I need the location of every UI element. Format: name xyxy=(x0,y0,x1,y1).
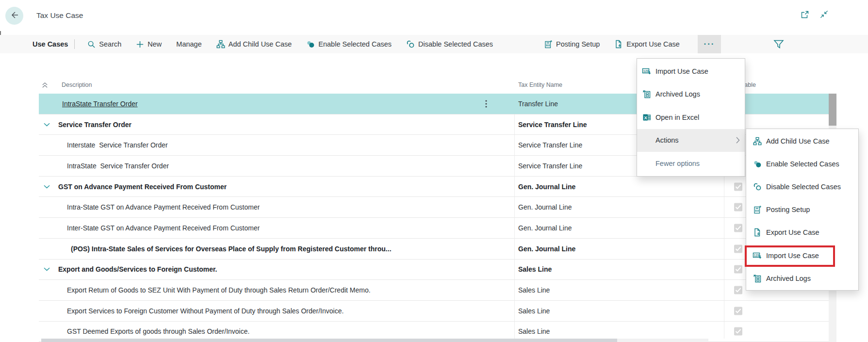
submenu-item-add-child-use-case[interactable]: Add Child Use Case xyxy=(746,130,858,152)
chevron-down-icon[interactable] xyxy=(44,123,50,127)
menu-item-open-in-excel[interactable]: XOpen in Excel xyxy=(637,106,745,129)
archive-icon xyxy=(642,90,651,98)
menu-item-actions[interactable]: Actions xyxy=(637,129,745,152)
table-row[interactable]: (POS) Intra-State Sales of Services for … xyxy=(39,239,829,260)
more-options-button[interactable]: ··· xyxy=(698,35,721,53)
search-icon xyxy=(87,40,96,49)
row-description: Interstate Service Transfer Order xyxy=(67,141,168,149)
row-description: Intra-State GST on Advance Payment Recei… xyxy=(67,203,260,211)
filter-icon[interactable] xyxy=(773,39,784,50)
row-description: (POS) Intra-State Sales of Services for … xyxy=(71,245,392,253)
action-bar: Use Cases SearchNewManageAdd Child Use C… xyxy=(0,35,868,53)
menu-item-label: Archived Logs xyxy=(655,90,700,98)
enable-checkbox[interactable] xyxy=(734,307,742,315)
row-description: Export Return of Goods to SEZ Unit With … xyxy=(67,286,371,294)
horizontal-scrollbar-thumb[interactable] xyxy=(41,339,617,342)
row-entity: Sales Line xyxy=(518,327,550,335)
enable-checkbox[interactable] xyxy=(734,182,742,191)
row-description: Export Services to Foreign Customer With… xyxy=(67,307,344,315)
menu-item-import-use-case[interactable]: 123Import Use Case xyxy=(637,60,745,83)
row-entity: Service Transfer Line xyxy=(518,121,587,129)
menu-item-archived-logs[interactable]: Archived Logs xyxy=(637,83,745,106)
table-row[interactable]: Export Services to Foreign Customer With… xyxy=(39,301,829,322)
chevron-down-icon[interactable] xyxy=(44,267,50,271)
row-kebab-menu[interactable] xyxy=(483,98,489,109)
disable-selected-cases-button[interactable]: Disable Selected Cases xyxy=(406,40,493,49)
chevron-down-icon[interactable] xyxy=(44,185,50,189)
menu-item-label: Fewer options xyxy=(655,160,700,167)
table-row[interactable]: Inter-State GST on Advance Payment Recei… xyxy=(39,218,829,239)
open-in-new-window-icon[interactable] xyxy=(801,10,809,21)
row-entity: Gen. Journal Line xyxy=(518,224,572,232)
row-description: IntraState Transfer Order xyxy=(62,100,138,108)
menu-item-fewer-options[interactable]: Fewer options xyxy=(637,152,745,175)
enable-icon xyxy=(753,160,762,168)
enable-selected-cases-button[interactable]: Enable Selected Cases xyxy=(306,40,392,49)
column-header-description[interactable]: Description xyxy=(62,81,92,88)
toolbar-item-label: Manage xyxy=(176,40,201,48)
menu-item-label: Disable Selected Cases xyxy=(766,183,841,191)
new-button[interactable]: New xyxy=(136,40,162,49)
submenu-item-import-use-case[interactable]: 123Import Use Case xyxy=(746,244,858,267)
plus-icon xyxy=(136,40,144,49)
table-row[interactable]: Export and Goods/Services to Foreign Cus… xyxy=(39,260,829,280)
row-entity: Gen. Journal Line xyxy=(518,245,575,253)
posting-icon xyxy=(544,40,553,49)
row-description: IntraState Service Transfer Order xyxy=(67,162,169,170)
toolbar-item-label: Search xyxy=(99,40,121,48)
row-entity: Sales Line xyxy=(518,307,550,315)
table-row[interactable]: Intra-State GST on Advance Payment Recei… xyxy=(39,197,829,218)
export-use-case-button[interactable]: Export Use Case xyxy=(614,40,680,49)
toolbar-divider xyxy=(74,39,75,49)
toolbar-caption: Use Cases xyxy=(33,40,68,48)
table-row[interactable]: GST on Advance Payment Received From Cus… xyxy=(39,177,829,197)
posting-setup-button[interactable]: Posting Setup xyxy=(544,40,600,49)
svg-text:X: X xyxy=(644,114,647,120)
toolbar-item-label: Posting Setup xyxy=(556,40,600,48)
more-options-menu: 123Import Use CaseArchived LogsXOpen in … xyxy=(637,58,745,177)
add-child-use-case-button[interactable]: Add Child Use Case xyxy=(216,40,292,49)
search-button[interactable]: Search xyxy=(87,40,121,49)
export-icon xyxy=(753,228,762,237)
menu-item-label: Import Use Case xyxy=(655,67,708,75)
row-entity: Sales Line xyxy=(518,286,550,294)
archive-icon xyxy=(753,274,762,283)
table-row[interactable]: Export Return of Goods to SEZ Unit With … xyxy=(39,280,829,301)
toolbar-item-label: New xyxy=(147,40,162,48)
row-entity: Gen. Journal Line xyxy=(518,183,575,191)
menu-item-label: Actions xyxy=(655,136,679,144)
manage-button[interactable]: Manage xyxy=(176,40,201,48)
submenu-item-disable-selected-cases[interactable]: Disable Selected Cases xyxy=(746,175,858,198)
tax-use-case-page: Tax Use Case Use Cases SearchNewManageAd… xyxy=(0,0,868,342)
posting-icon xyxy=(753,205,762,214)
row-description: Service Transfer Order xyxy=(58,121,131,129)
enable-checkbox[interactable] xyxy=(734,265,742,274)
actions-submenu: Add Child Use CaseEnable Selected CasesD… xyxy=(746,129,859,291)
enable-checkbox[interactable] xyxy=(734,224,742,232)
row-entity: Service Transfer Line xyxy=(518,141,582,149)
org-chart-icon xyxy=(753,137,762,146)
enable-checkbox[interactable] xyxy=(734,286,742,294)
menu-item-label: Export Use Case xyxy=(766,228,819,236)
enable-checkbox[interactable] xyxy=(734,327,742,336)
collapse-window-icon[interactable] xyxy=(819,10,829,21)
import-icon: 123 xyxy=(642,67,651,76)
row-description: GST on Advance Payment Received From Cus… xyxy=(58,183,227,191)
back-button[interactable] xyxy=(5,7,23,25)
menu-item-label: Archived Logs xyxy=(766,275,811,282)
menu-item-label: Open in Excel xyxy=(655,114,699,121)
enable-checkbox[interactable] xyxy=(734,244,742,253)
collapse-all-icon[interactable] xyxy=(41,81,49,90)
vertical-scrollbar-thumb[interactable] xyxy=(829,94,836,126)
toolbar-item-label: Disable Selected Cases xyxy=(418,40,493,48)
excel-icon: X xyxy=(642,113,651,122)
menu-item-label: Posting Setup xyxy=(766,206,810,213)
submenu-item-posting-setup[interactable]: Posting Setup xyxy=(746,198,858,221)
submenu-item-export-use-case[interactable]: Export Use Case xyxy=(746,221,858,244)
back-arrow-icon xyxy=(10,10,19,22)
svg-text:123: 123 xyxy=(643,69,649,72)
column-header-tax-entity-name[interactable]: Tax Entity Name xyxy=(518,81,562,88)
submenu-item-archived-logs[interactable]: Archived Logs xyxy=(746,267,858,290)
submenu-item-enable-selected-cases[interactable]: Enable Selected Cases xyxy=(746,152,858,175)
enable-checkbox[interactable] xyxy=(734,203,742,212)
